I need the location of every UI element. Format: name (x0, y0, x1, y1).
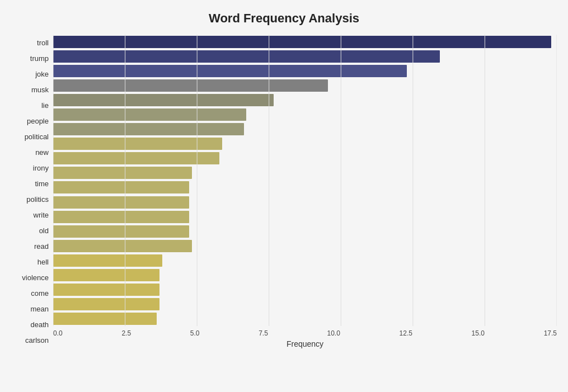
y-label: political (25, 133, 49, 140)
bar (53, 211, 189, 223)
bar-row (53, 297, 557, 311)
bar-row (53, 49, 557, 64)
y-label: come (31, 290, 49, 297)
bar (53, 65, 407, 77)
y-label: politics (26, 196, 49, 203)
x-tick: 7.5 (259, 329, 268, 337)
bar (53, 94, 274, 106)
x-tick: 2.5 (121, 329, 131, 337)
bar (53, 108, 246, 121)
y-labels: trolltrumpjokemuskliepeoplepoliticalnewi… (11, 35, 53, 348)
bar-row (53, 35, 557, 49)
bar (53, 138, 222, 150)
x-tick: 17.5 (544, 329, 557, 337)
y-label: death (30, 321, 49, 328)
x-axis-label: Frequency (53, 339, 557, 348)
bar (53, 50, 440, 63)
y-label: new (35, 149, 49, 156)
bar-row (53, 64, 557, 78)
bar (53, 313, 157, 325)
bar (53, 196, 189, 209)
y-label: carlson (25, 337, 49, 344)
x-axis: 0.02.55.07.510.012.515.017.5 (53, 326, 557, 337)
bar-row (53, 93, 557, 107)
y-label: old (39, 227, 49, 234)
chart-title: Word Frequency Analysis (11, 11, 557, 26)
bar-row (53, 253, 557, 268)
bars-container (53, 35, 557, 326)
bar (53, 123, 244, 135)
y-label: time (35, 180, 49, 187)
y-label: people (27, 117, 49, 125)
x-tick: 10.0 (327, 329, 340, 337)
x-tick: 5.0 (190, 329, 200, 337)
bar (53, 181, 189, 193)
x-tick: 0.0 (53, 329, 63, 337)
chart-area: trolltrumpjokemuskliepeoplepoliticalnewi… (11, 35, 557, 348)
bar (53, 240, 192, 252)
chart-container: Word Frequency Analysis trolltrumpjokemu… (0, 0, 568, 392)
y-label: joke (35, 70, 49, 78)
bar (53, 298, 159, 310)
y-label: violence (22, 274, 49, 281)
y-label: troll (37, 39, 49, 46)
y-label: hell (37, 258, 49, 266)
y-label: trump (30, 55, 49, 62)
bar-row (53, 239, 557, 253)
x-tick: 15.0 (472, 329, 485, 337)
bar-row (53, 78, 557, 93)
bar (53, 225, 189, 238)
bar (53, 167, 192, 179)
bar (53, 79, 328, 92)
bar-row (53, 224, 557, 239)
y-label: write (34, 211, 49, 219)
bar-row (53, 195, 557, 210)
bar (53, 269, 159, 281)
y-label: lie (41, 102, 49, 109)
bar-row (53, 311, 557, 326)
bar-row (53, 180, 557, 195)
bar (53, 254, 162, 267)
y-label: musk (31, 86, 49, 93)
bar-row (53, 268, 557, 282)
plot-area: 0.02.55.07.510.012.515.017.5 Frequency (53, 35, 557, 348)
y-label: read (34, 243, 49, 250)
bar (53, 284, 159, 296)
y-label: irony (33, 164, 49, 172)
y-label: mean (30, 305, 49, 313)
bar-row (53, 122, 557, 136)
bar-row (53, 166, 557, 180)
x-tick: 12.5 (400, 329, 412, 337)
bar-row (53, 282, 557, 297)
bar (53, 36, 551, 48)
bar-row (53, 210, 557, 224)
bar-row (53, 107, 557, 122)
bar-row (53, 136, 557, 151)
bar (53, 152, 219, 164)
bar-row (53, 151, 557, 166)
